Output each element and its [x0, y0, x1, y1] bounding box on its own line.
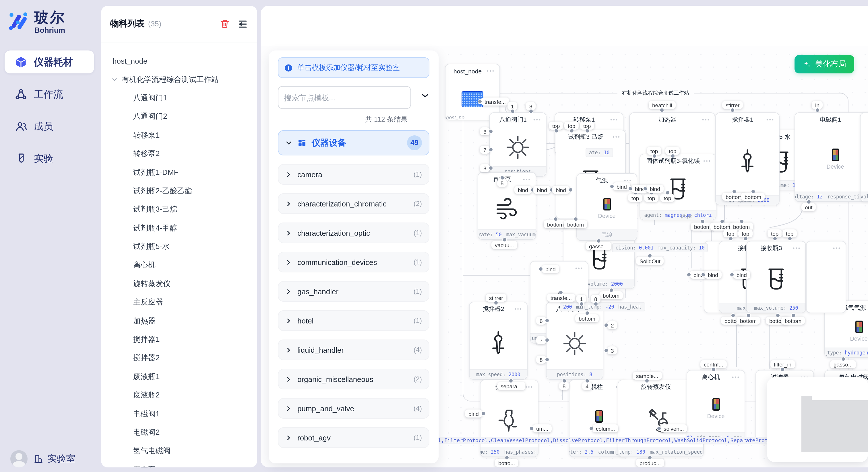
port-chip-gasso[interactable]: gasso... [586, 242, 612, 250]
node-八通阀门2[interactable]: 八通阀门2•••positions: 8 [546, 302, 603, 380]
port-chip-8[interactable]: 8 [526, 102, 536, 110]
node-card[interactable]: ••• [806, 241, 846, 313]
category-row-communication_devices[interactable]: communication_devices(1) [278, 252, 429, 272]
port-chip-top[interactable]: top [580, 122, 594, 130]
node-搅拌器2[interactable]: 搅拌器2•••max_speed: 2000 [469, 302, 528, 380]
port-chip-bind[interactable]: bind [533, 186, 551, 194]
node-menu-icon[interactable]: ••• [487, 68, 495, 74]
port-chip-bind[interactable]: bind [733, 271, 750, 279]
node-menu-icon[interactable]: ••• [793, 245, 801, 251]
port-chip-gasso[interactable]: gasso... [830, 360, 856, 368]
tree-item[interactable]: 电磁阀1 [101, 405, 257, 423]
port-chip-2[interactable]: 2 [608, 321, 617, 329]
indent-collapse-icon[interactable] [238, 19, 248, 29]
port-chip-stirrer[interactable]: stirrer [722, 101, 743, 109]
port-chip-bind[interactable]: bind [515, 186, 532, 194]
port-chip-bottom[interactable]: bottom [737, 316, 760, 325]
port-chip-produc[interactable]: produc... [636, 459, 664, 467]
tree-item[interactable]: 试剂瓶3-己烷 [101, 200, 257, 219]
category-row-camera[interactable]: camera(1) [278, 164, 429, 185]
port-chip-6[interactable]: 6 [536, 316, 546, 325]
sidebar-item-experiments[interactable]: 实验 [5, 147, 94, 170]
node-menu-icon[interactable]: ••• [575, 266, 583, 271]
tree-item[interactable]: 转移泵1 [101, 126, 257, 144]
port-chip-vacuu[interactable]: vacuu... [491, 241, 518, 249]
sidebar-item-workflow[interactable]: 工作流 [5, 82, 94, 105]
category-row-pump_and_valve[interactable]: pump_and_valve(4) [278, 398, 429, 419]
sidebar-item-instruments[interactable]: 仪器耗材 [5, 50, 94, 73]
port-chip-top[interactable]: top [628, 194, 642, 202]
port-chip-bind[interactable]: bind [646, 185, 663, 193]
port-chip-filter_in[interactable]: filter_in [770, 360, 795, 368]
port-chip-8[interactable]: 8 [591, 295, 601, 303]
node-menu-icon[interactable]: ••• [766, 117, 774, 123]
node-menu-icon[interactable]: ••• [732, 374, 740, 380]
category-row-gas_handler[interactable]: gas_handler(1) [278, 281, 429, 302]
tree-item[interactable]: 加热器 [101, 312, 257, 330]
minimap-viewport[interactable] [801, 400, 868, 452]
node-host_node[interactable]: host_node••• [445, 64, 500, 121]
node-menu-icon[interactable]: ••• [702, 117, 710, 123]
port-chip-top[interactable]: top [782, 229, 797, 237]
node-电磁阀1[interactable]: 电磁阀1•••Devicevoltage: 12response_time: 0… [795, 112, 868, 202]
tree-item[interactable]: 搅拌器1 [101, 330, 257, 349]
port-chip-bind[interactable]: bind [465, 409, 482, 417]
category-row-robot_agv[interactable]: robot_agv(1) [278, 427, 429, 448]
port-chip-8[interactable]: 8 [480, 164, 490, 172]
trash-icon[interactable] [220, 19, 229, 29]
tree-item[interactable]: 试剂瓶5-水 [101, 237, 257, 256]
node-menu-icon[interactable]: ••• [833, 245, 841, 251]
category-group-instruments[interactable]: 仪器设备 49 [278, 130, 429, 156]
tree-item[interactable]: 电磁阀2 [101, 423, 257, 442]
port-chip-3[interactable]: 3 [608, 346, 617, 355]
port-chip-top[interactable]: top [738, 229, 753, 237]
port-chip-bottom[interactable]: bottom [575, 314, 599, 322]
node-menu-icon[interactable]: ••• [613, 134, 621, 140]
port-chip-separa[interactable]: separa... [497, 382, 525, 390]
port-chip-top[interactable]: top [549, 122, 563, 130]
port-chip-bind[interactable]: bind [613, 182, 630, 191]
port-chip-top[interactable]: top [647, 147, 661, 155]
beautify-layout-button[interactable]: 美化布局 [795, 55, 854, 73]
port-chip-sample[interactable]: sample... [632, 372, 662, 380]
port-chip-1[interactable]: 1 [577, 295, 586, 303]
category-row-characterization_chromatic[interactable]: characterization_chromatic(2) [278, 193, 429, 214]
port-chip-5[interactable]: 5 [559, 382, 569, 390]
port-chip-top[interactable]: top [564, 122, 579, 130]
port-chip-top[interactable]: top [644, 194, 658, 202]
tree-item[interactable]: 搅拌器2 [101, 349, 257, 368]
category-row-characterization_optic[interactable]: characterization_optic(1) [278, 223, 429, 243]
port-chip-botto[interactable]: botto... [495, 459, 518, 467]
port-chip-transfe[interactable]: transfe... [481, 98, 509, 105]
collapse-all-button[interactable] [421, 92, 429, 103]
port-chip-solven[interactable]: solven... [660, 425, 687, 432]
port-chip-transfe[interactable]: transfe... [547, 294, 575, 302]
node-接收瓶3[interactable]: 接收瓶3•••max_volume: 250 [746, 241, 806, 313]
port-chip-8[interactable]: 8 [536, 356, 546, 364]
tree-item[interactable]: 主反应器 [101, 293, 257, 312]
port-chip-6[interactable]: 6 [480, 127, 490, 135]
brand-logo[interactable]: 玻尔 Bohrium [0, 0, 99, 34]
port-chip-7[interactable]: 7 [480, 146, 490, 154]
node-menu-icon[interactable]: ••• [703, 158, 711, 164]
port-chip-4[interactable]: 4 [582, 382, 592, 390]
tree-item[interactable]: 旋转蒸发仪 [101, 274, 257, 293]
port-chip-bottom[interactable]: bottom [741, 193, 765, 201]
tree-group-workstation[interactable]: 有机化学流程综合测试工作站 [101, 70, 257, 89]
node-menu-icon[interactable]: ••• [533, 117, 541, 123]
port-chip-out[interactable]: out [801, 203, 816, 211]
search-input[interactable] [278, 86, 411, 109]
tree-item[interactable]: 八通阀门2 [101, 107, 257, 126]
port-chip-bind[interactable]: bind [704, 271, 722, 279]
port-chip-centrif[interactable]: centrif... [701, 360, 727, 368]
tree-item[interactable]: 转移泵2 [101, 144, 257, 163]
port-chip-um[interactable]: um... [533, 425, 552, 432]
tree-item[interactable]: 试剂瓶2-乙酸乙酯 [101, 181, 257, 200]
category-row-organic_miscellaneous[interactable]: organic_miscellaneous(2) [278, 369, 429, 390]
port-chip-in[interactable]: in [812, 101, 823, 109]
port-chip-top[interactable]: top [768, 229, 782, 237]
node-搅拌器1[interactable]: 搅拌器1•••max_speed: 2000 [715, 112, 780, 205]
sidebar-item-lab[interactable]: 实验室 [33, 453, 75, 465]
category-row-hotel[interactable]: hotel(1) [278, 310, 429, 331]
node-分液器[interactable]: 分液器•••volume: 250has_phases: true [480, 380, 538, 457]
